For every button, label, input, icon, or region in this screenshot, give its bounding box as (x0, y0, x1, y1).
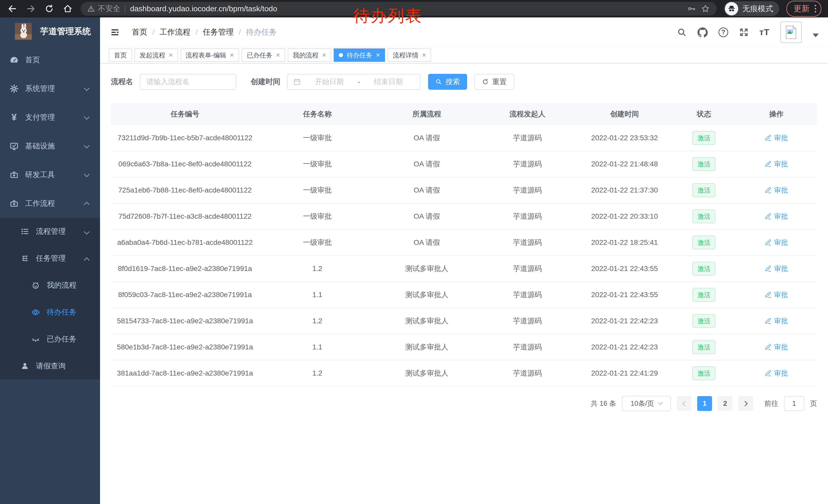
sidebar-item-infra[interactable]: 基础设施 (0, 132, 100, 161)
app-logo-row[interactable]: 芋道管理系统 (0, 17, 100, 45)
tab-home[interactable]: 首页 (109, 48, 132, 62)
breadcrumb-separator: / (152, 28, 155, 37)
sidebar-item-todo-tasks[interactable]: 待办任务 (0, 299, 100, 326)
goto-page-input[interactable] (784, 397, 804, 410)
search-icon (435, 79, 442, 85)
approve-link[interactable]: 审批 (765, 133, 788, 142)
tab-start-process[interactable]: 发起流程× (134, 48, 178, 62)
app-logo (15, 23, 32, 40)
create-time-cell: 2022-01-21 22:43:55 (577, 265, 672, 273)
tab-my-process[interactable]: 我的流程× (288, 48, 331, 62)
tab-process-detail[interactable]: 流程详情× (387, 48, 431, 62)
sidebar-item-home[interactable]: 首页 (0, 46, 100, 74)
status-cell: 激活 (672, 210, 736, 223)
sidebar-item-task-mgmt[interactable]: 任务管理 (0, 245, 100, 272)
tab-form-edit[interactable]: 流程表单-编辑× (180, 48, 239, 62)
close-icon[interactable]: × (230, 52, 234, 59)
close-icon[interactable]: × (376, 52, 380, 59)
table-row: 8f059c03-7ac8-11ec-a9e2-a2380e71991a 1.1… (111, 282, 817, 308)
tab-done-tasks[interactable]: 已办任务× (242, 48, 285, 62)
security-label: 不安全 (98, 4, 120, 14)
date-separator: - (358, 78, 360, 86)
menu-dots-icon[interactable] (815, 5, 816, 12)
chevron-down-icon (84, 143, 90, 149)
process-cell: OA 请假 (376, 133, 478, 143)
sidebar-item-devtools[interactable]: 研发工具 (0, 161, 100, 189)
incognito-icon (725, 2, 738, 15)
reload-icon[interactable] (44, 3, 55, 14)
sidebar-item-system[interactable]: 系统管理 (0, 74, 100, 103)
approve-link[interactable]: 审批 (765, 369, 788, 378)
action-cell: 审批 (736, 264, 817, 273)
approve-link[interactable]: 审批 (765, 290, 788, 300)
help-icon[interactable]: ? (718, 28, 728, 37)
approve-link[interactable]: 审批 (765, 159, 788, 169)
font-size-icon[interactable]: ᴛT (759, 27, 770, 37)
action-cell: 审批 (736, 342, 817, 352)
close-icon[interactable]: × (322, 52, 326, 59)
search-icon[interactable] (677, 28, 687, 37)
task-name-cell: 一级审批 (259, 238, 376, 247)
process-cell: OA 请假 (376, 212, 478, 221)
url-text[interactable]: dashboard.yudao.iocoder.cn/bpm/task/todo (130, 4, 277, 13)
close-icon[interactable]: × (276, 52, 280, 59)
date-range-picker[interactable]: 开始日期 - 结束日期 (287, 74, 420, 90)
key-icon[interactable] (688, 4, 696, 13)
page-size-select[interactable]: 10条/页 (622, 396, 671, 411)
page-2-button[interactable]: 2 (718, 396, 733, 411)
github-icon[interactable] (697, 27, 708, 37)
search-button[interactable]: 搜索 (428, 74, 467, 90)
filter-form: 流程名 创建时间 开始日期 - 结束日期 搜索 重置 (111, 74, 817, 90)
edit-pencil-icon (765, 291, 772, 298)
home-icon[interactable] (62, 3, 73, 14)
close-icon[interactable]: × (169, 52, 173, 59)
approve-link[interactable]: 审批 (765, 186, 788, 195)
robot-icon (31, 281, 41, 290)
goto-input-box (784, 396, 804, 411)
approve-link[interactable]: 审批 (765, 212, 788, 221)
back-icon[interactable] (7, 3, 18, 14)
tab-todo-tasks[interactable]: 待办任务× (334, 48, 385, 62)
initiator-cell: 芋道源码 (478, 264, 577, 274)
action-cell: 审批 (736, 159, 817, 169)
approve-link[interactable]: 审批 (765, 342, 788, 352)
sidebar-item-workflow[interactable]: 工作流程 (0, 189, 100, 218)
sidebar-item-leave-query[interactable]: 请假查询 (0, 353, 100, 379)
main-area: 首页 / 工作流程 / 任务管理 / 待办任务 ? ᴛT 首页 (100, 17, 828, 504)
update-button[interactable]: 更新 (786, 1, 821, 17)
prev-page-button[interactable] (677, 396, 692, 411)
action-cell: 审批 (736, 212, 817, 221)
sidebar-collapse-icon[interactable] (109, 27, 121, 38)
sidebar-item-payment[interactable]: ¥ 支付管理 (0, 103, 100, 132)
calendar-icon (293, 78, 301, 86)
sidebar-item-my-process[interactable]: 我的流程 (0, 272, 100, 299)
approve-label: 审批 (774, 186, 788, 195)
breadcrumb-home[interactable]: 首页 (132, 27, 147, 37)
reset-button[interactable]: 重置 (474, 74, 514, 90)
action-cell: 审批 (736, 186, 817, 195)
security-warning[interactable]: 不安全 (87, 4, 120, 14)
approve-label: 审批 (774, 133, 788, 142)
breadcrumb-task-mgmt[interactable]: 任务管理 (203, 27, 234, 37)
fullscreen-icon[interactable] (739, 28, 749, 37)
create-time-cell: 2022-01-21 22:41:29 (577, 369, 672, 377)
approve-link[interactable]: 审批 (765, 264, 788, 273)
close-icon[interactable]: × (422, 52, 426, 59)
col-task-name: 任务名称 (259, 109, 376, 119)
sidebar-item-done-tasks[interactable]: 已办任务 (0, 326, 100, 353)
approve-link[interactable]: 审批 (765, 316, 788, 326)
avatar[interactable] (780, 21, 802, 43)
chevron-up-icon (84, 258, 90, 263)
create-time-cell: 2022-01-22 23:53:32 (577, 134, 672, 142)
page-1-button[interactable]: 1 (697, 396, 712, 411)
avatar-dropdown-caret-icon[interactable] (813, 34, 819, 37)
breadcrumb-workflow[interactable]: 工作流程 (160, 27, 190, 37)
next-page-button[interactable] (738, 396, 753, 411)
approve-label: 审批 (774, 342, 788, 352)
chevron-down-icon (658, 400, 663, 405)
approve-link[interactable]: 审批 (765, 238, 788, 247)
forward-icon[interactable] (25, 3, 36, 14)
bookmark-star-icon[interactable] (701, 4, 710, 13)
process-name-input[interactable] (142, 78, 234, 86)
sidebar-item-process-mgmt[interactable]: 流程管理 (0, 218, 100, 245)
